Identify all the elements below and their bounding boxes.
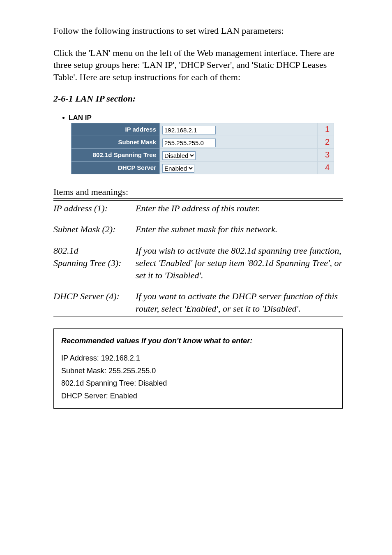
intro-paragraph-1: Follow the following instructions to set… [53, 25, 343, 37]
meaning-term-spanning: 802.1d Spanning Tree (3): [53, 245, 136, 281]
table-row: DHCP Server Enabled 4 [71, 161, 334, 174]
row-value-spanning: Disabled [160, 148, 318, 161]
row-number-2: 2 [318, 136, 334, 148]
row-label-spanning: 802.1d Spanning Tree [71, 148, 160, 161]
meaning-row: 802.1d Spanning Tree (3): If you wish to… [53, 245, 343, 281]
bullet-icon [62, 117, 65, 119]
row-value-ip [160, 123, 318, 136]
lan-ip-header-label: LAN IP [69, 114, 92, 122]
recommended-line-dhcp: DHCP Server: Enabled [61, 390, 335, 402]
meaning-row: Subnet Mask (2): Enter the subnet mask f… [53, 223, 343, 236]
recommended-box: Recommended values if you don't know wha… [53, 328, 343, 409]
lan-ip-header: LAN IP [62, 114, 343, 122]
spanning-tree-select[interactable]: Disabled [162, 151, 196, 160]
meaning-term-ip: IP address (1): [53, 200, 136, 214]
meanings-heading: Items and meanings: [53, 187, 343, 199]
recommended-line-subnet: Subnet Mask: 255.255.255.0 [61, 365, 335, 377]
recommended-title: Recommended values if you don't know wha… [61, 335, 335, 352]
meaning-desc-spanning: If you wish to activate the 802.1d spann… [136, 245, 343, 281]
recommended-line-spanning: 802.1d Spanning Tree: Disabled [61, 377, 335, 390]
table-row: 802.1d Spanning Tree Disabled 3 [71, 148, 334, 161]
dhcp-server-select[interactable]: Enabled [162, 164, 194, 173]
table-row: IP address 1 [71, 123, 334, 136]
intro-paragraph-2: Click the 'LAN' menu on the left of the … [53, 47, 343, 83]
meaning-desc-dhcp: If you want to activate the DHCP server … [136, 290, 343, 317]
section-title: 2-6-1 LAN IP section: [53, 93, 343, 104]
meaning-desc-ip: Enter the IP address of this router. [136, 200, 343, 214]
meaning-row: DHCP Server (4): If you want to activate… [53, 290, 343, 317]
row-value-subnet [160, 136, 318, 148]
recommended-line-ip: IP Address: 192.168.2.1 [61, 352, 335, 365]
meaning-row: IP address (1): Enter the IP address of … [53, 200, 343, 214]
lan-ip-table: IP address 1 Subnet Mask 2 802.1d Spanni… [71, 123, 334, 174]
row-label-ip: IP address [71, 123, 160, 136]
row-number-4: 4 [318, 161, 334, 174]
row-label-dhcp: DHCP Server [71, 161, 160, 174]
row-value-dhcp: Enabled [160, 161, 318, 174]
row-number-3: 3 [318, 148, 334, 161]
table-row: Subnet Mask 2 [71, 136, 334, 148]
meaning-term-dhcp: DHCP Server (4): [53, 290, 136, 317]
meaning-desc-subnet: Enter the subnet mask for this network. [136, 223, 343, 236]
lan-ip-block: LAN IP IP address 1 Subnet Mask 2 802.1d… [53, 114, 343, 174]
meaning-term-subnet: Subnet Mask (2): [53, 223, 136, 236]
subnet-mask-input[interactable] [162, 139, 216, 147]
row-number-1: 1 [318, 123, 334, 136]
meanings-table: IP address (1): Enter the IP address of … [53, 200, 343, 317]
ip-address-input[interactable] [162, 126, 216, 134]
row-label-subnet: Subnet Mask [71, 136, 160, 148]
